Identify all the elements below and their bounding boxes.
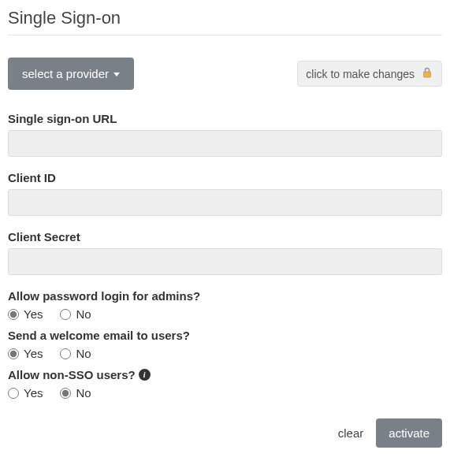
lock-badge-text: click to make changes: [306, 68, 415, 80]
client-id-input[interactable]: [8, 189, 442, 216]
admin-password-yes-text: Yes: [24, 307, 43, 321]
clear-button[interactable]: clear: [338, 426, 364, 440]
admin-password-group: Allow password login for admins? Yes No: [8, 289, 442, 321]
non-sso-no-radio[interactable]: [60, 388, 71, 399]
client-id-label: Client ID: [8, 171, 442, 184]
non-sso-label-row: Allow non-SSO users? i: [8, 368, 442, 381]
non-sso-yes-text: Yes: [24, 386, 43, 400]
non-sso-no-option[interactable]: No: [60, 386, 91, 400]
welcome-email-group: Send a welcome email to users? Yes No: [8, 329, 442, 360]
welcome-email-no-text: No: [76, 347, 91, 360]
welcome-email-yes-option[interactable]: Yes: [8, 347, 43, 360]
client-secret-label: Client Secret: [8, 230, 442, 244]
footer: clear activate: [8, 418, 442, 448]
page-title: Single Sign-on: [8, 8, 442, 35]
admin-password-yes-radio[interactable]: [8, 309, 19, 320]
welcome-email-no-radio[interactable]: [60, 348, 71, 359]
sso-url-group: Single sign-on URL: [8, 112, 442, 157]
client-secret-group: Client Secret: [8, 230, 442, 275]
info-icon[interactable]: i: [139, 369, 151, 381]
select-provider-button[interactable]: select a provider: [8, 58, 134, 90]
welcome-email-yes-text: Yes: [24, 347, 43, 360]
welcome-email-label: Send a welcome email to users?: [8, 329, 442, 342]
welcome-email-yes-radio[interactable]: [8, 348, 19, 359]
non-sso-label: Allow non-SSO users?: [8, 368, 136, 381]
admin-password-no-text: No: [76, 307, 91, 321]
activate-button[interactable]: activate: [376, 418, 442, 448]
admin-password-no-radio[interactable]: [60, 309, 71, 320]
welcome-email-no-option[interactable]: No: [60, 347, 91, 360]
non-sso-no-text: No: [76, 386, 91, 400]
top-row: select a provider click to make changes: [8, 58, 442, 90]
admin-password-yes-option[interactable]: Yes: [8, 307, 43, 321]
admin-password-label: Allow password login for admins?: [8, 289, 442, 303]
non-sso-group: Allow non-SSO users? i Yes No: [8, 368, 442, 400]
sso-url-input[interactable]: [8, 130, 442, 157]
select-provider-label: select a provider: [22, 67, 109, 80]
non-sso-yes-option[interactable]: Yes: [8, 386, 43, 400]
client-secret-input[interactable]: [8, 248, 442, 275]
non-sso-yes-radio[interactable]: [8, 388, 19, 399]
lock-icon: [421, 66, 433, 81]
lock-changes-badge[interactable]: click to make changes: [297, 61, 442, 87]
caret-down-icon: [113, 73, 120, 76]
client-id-group: Client ID: [8, 171, 442, 216]
admin-password-no-option[interactable]: No: [60, 307, 91, 321]
sso-url-label: Single sign-on URL: [8, 112, 442, 125]
svg-rect-0: [424, 72, 431, 77]
